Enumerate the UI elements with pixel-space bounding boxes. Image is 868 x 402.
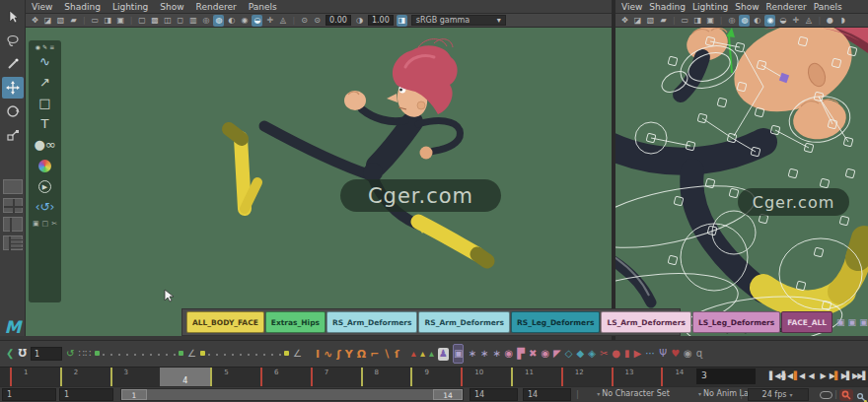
keyframe-tick[interactable] xyxy=(110,368,112,387)
menu-renderer[interactable]: Renderer xyxy=(196,2,237,12)
curve-u-icon[interactable]: Ʊ xyxy=(18,345,27,363)
keyframe-tick[interactable] xyxy=(461,368,463,387)
toolbar-icon[interactable]: ◪ xyxy=(42,15,53,27)
menu-renderer[interactable]: Renderer xyxy=(766,2,807,12)
shelf-icon[interactable]: ▶ xyxy=(634,345,642,363)
left-viewport[interactable]: ◉✎≡ ∿↗□T●∞ ▶ ‹↺› ▣□✂ Cger.com xyxy=(26,28,612,336)
toolbar-icon[interactable]: ✛ xyxy=(264,15,275,27)
rotate-view-icon[interactable]: ‹↺› xyxy=(29,197,61,218)
graph-icon[interactable]: ∠ xyxy=(293,345,302,363)
exposure-icon[interactable]: ⊙ xyxy=(312,15,323,27)
menu-lighting[interactable]: Lighting xyxy=(112,2,148,12)
tangent-type-icon[interactable]: ∿ xyxy=(324,348,332,361)
split-pane-layout[interactable] xyxy=(3,217,23,232)
tangent-type-icon[interactable]: Υ xyxy=(345,348,353,361)
current-time-field[interactable]: 3 xyxy=(696,368,756,384)
toolbar-icon[interactable]: ◍ xyxy=(739,15,750,27)
shelf-icon[interactable]: ∗ xyxy=(468,345,475,363)
toolbar-icon[interactable]: ◨ xyxy=(103,15,113,27)
toolbar-icon[interactable]: ◐ xyxy=(226,15,237,27)
shelf-icon[interactable]: ∗ xyxy=(492,345,500,363)
toolbar-icon[interactable]: ▧ xyxy=(645,15,656,27)
toolbar-icon[interactable]: ◬ xyxy=(277,15,288,27)
playback-end-field[interactable]: 14 xyxy=(470,388,518,401)
shelf-icon[interactable]: ◉ xyxy=(505,345,514,363)
draw-curve-tool[interactable]: ∿ xyxy=(29,52,61,73)
right-viewport[interactable]: Cger.com persp frame: 3 xyxy=(615,28,868,336)
picker-tab-rs_arm_deformers[interactable]: RS_Arm_Deformers xyxy=(326,311,418,333)
toolbar-icon[interactable]: ◫ xyxy=(162,15,173,27)
single-pane-layout[interactable] xyxy=(3,179,23,194)
range-start-handle[interactable]: 1 xyxy=(121,389,147,400)
tangent-type-icon[interactable]: Ω xyxy=(357,348,366,361)
shelf-icon[interactable]: ▣ xyxy=(453,344,464,364)
step-back-frame-button[interactable]: ▌◀ xyxy=(781,368,793,385)
camera-icon[interactable]: ▣ xyxy=(33,220,39,228)
grid-dots-icon[interactable]: ∷∷ xyxy=(78,345,91,363)
keyframe-tick[interactable] xyxy=(260,368,262,387)
toolbar-icon[interactable]: ✛ xyxy=(790,15,801,27)
playback-options-icon[interactable] xyxy=(820,391,832,399)
shelf-icon[interactable]: ◤ xyxy=(553,345,561,363)
shelf-icon[interactable]: ▛ xyxy=(517,345,525,363)
toolbar-icon[interactable]: ◻ xyxy=(175,15,185,27)
keyframe-tick[interactable] xyxy=(410,368,412,387)
range-end-handle[interactable]: 14 xyxy=(433,389,463,400)
tangent-type-icon[interactable]: Ι xyxy=(316,348,320,361)
menu-panels[interactable]: Panels xyxy=(814,2,842,12)
import-icon[interactable]: ▣ xyxy=(848,317,857,327)
shelf-icon[interactable]: ▴ xyxy=(429,345,434,363)
keyframe-tick[interactable] xyxy=(612,368,614,387)
pencil-icon[interactable]: ✎ xyxy=(42,43,47,50)
fps-menu[interactable]: 24 fps▾ xyxy=(748,388,809,401)
graph-icon[interactable]: ∠ xyxy=(187,345,196,363)
tangent-type-icon[interactable]: ∖ xyxy=(383,348,391,361)
gamma-field[interactable]: 1.00 xyxy=(368,15,394,26)
record-icon[interactable]: ◉ xyxy=(36,43,40,50)
menu-shading[interactable]: Shading xyxy=(64,2,101,12)
shelf-icon[interactable]: Ψ xyxy=(659,345,667,363)
shelf-icon[interactable]: ♥ xyxy=(671,345,680,363)
frame-icon[interactable]: □ xyxy=(42,220,49,228)
toolbar-icon[interactable]: ◬ xyxy=(803,15,814,27)
shelf-icon[interactable]: ● xyxy=(612,345,620,363)
play-preview-icon[interactable]: ▶ xyxy=(38,180,51,193)
lasso-tool[interactable] xyxy=(2,30,24,51)
play-forwards-button[interactable]: ▶ xyxy=(817,368,829,385)
toolbar-icon[interactable]: ◉ xyxy=(239,15,250,27)
toolbar-icon[interactable]: ▥ xyxy=(187,15,198,27)
shelf-icon[interactable]: ◉ xyxy=(541,345,549,363)
tangent-type-icon[interactable]: ⌐ xyxy=(370,348,379,361)
outliner-pane-layout[interactable] xyxy=(3,235,23,250)
toolbar-icon[interactable]: ◎ xyxy=(200,15,211,27)
toolbar-icon[interactable]: ▰ xyxy=(68,15,79,27)
weight-slider-yellow[interactable] xyxy=(202,352,287,356)
toolbar-icon[interactable]: ✥ xyxy=(619,15,630,27)
animation-start-field[interactable]: 1 xyxy=(2,388,56,401)
character-set-menu[interactable]: ▾No Character Set xyxy=(584,388,683,401)
menu-panels[interactable]: Panels xyxy=(249,2,277,12)
keyframe-tick[interactable] xyxy=(210,368,212,387)
gamma-icon[interactable]: ◑ xyxy=(354,15,365,27)
picker-tab-rs_leg_deformers[interactable]: RS_Leg_Deformers xyxy=(511,311,600,333)
step-forward-frame-button[interactable]: ▶▌ xyxy=(840,368,852,385)
back-arrow-icon[interactable]: ❮ xyxy=(6,345,14,363)
toolbar-icon[interactable]: ◐ xyxy=(752,15,762,27)
shelf-icon[interactable]: ♟ xyxy=(438,348,449,361)
toolbar-icon[interactable]: ◒ xyxy=(252,15,262,27)
shelf-icon[interactable]: ✂ xyxy=(600,345,608,363)
motion-trail-tool[interactable]: ●∞ xyxy=(29,135,61,156)
shelf-icon[interactable]: ◉ xyxy=(684,345,692,363)
step-back-key-button[interactable]: ▌◀ xyxy=(793,368,805,385)
toolbar-icon[interactable]: ◎ xyxy=(726,15,737,27)
shelf-icon[interactable]: ◆ xyxy=(577,345,585,363)
toolbar-icon[interactable]: ▧ xyxy=(55,15,66,27)
shelf-icon[interactable]: ✖ xyxy=(529,345,537,363)
color-wheel-icon[interactable] xyxy=(38,160,51,172)
menu-show[interactable]: Show xyxy=(160,2,183,12)
toolbar-icon[interactable]: ● xyxy=(825,15,835,27)
picker-tab-extras_hips[interactable]: Extras_Hips xyxy=(265,311,326,333)
shelf-icon[interactable]: ▴ xyxy=(420,345,425,363)
loop-icon[interactable]: ↺ xyxy=(66,345,74,363)
shelf-icon[interactable]: ▴ xyxy=(411,345,416,363)
